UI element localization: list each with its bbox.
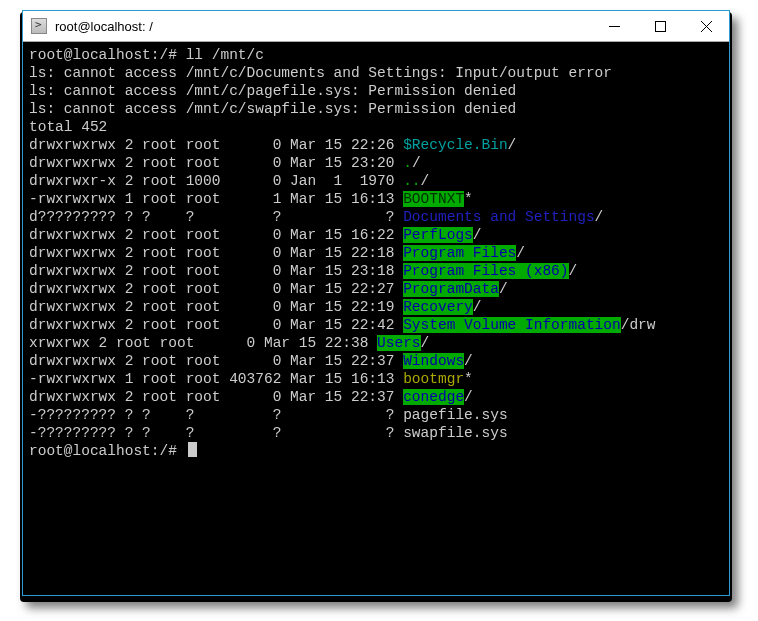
list-row-suffix: / [516, 245, 525, 261]
titlebar[interactable]: root@localhost: / [23, 11, 729, 42]
list-row-name: . [403, 155, 412, 171]
list-row-perms: drwxrwxrwx 2 root root 0 Mar 15 22:42 [29, 317, 403, 333]
list-row-suffix: / [421, 173, 430, 189]
total-line: total 452 [29, 119, 107, 135]
list-row-perms: -rwxrwxrwx 1 root root 403762 Mar 15 16:… [29, 371, 403, 387]
list-row-suffix: / [508, 137, 517, 153]
list-row-name: BOOTNXT [403, 191, 464, 207]
list-row-perms: drwxrwxrwx 2 root root 0 Mar 15 22:37 [29, 389, 403, 405]
list-row-perms: -????????? ? ? ? ? ? [29, 425, 403, 441]
maximize-button[interactable] [637, 11, 683, 41]
list-row-perms: drwxrwxrwx 2 root root 0 Mar 15 16:22 [29, 227, 403, 243]
list-row-wrap: drw [629, 317, 655, 333]
list-row-name: ProgramData [403, 281, 499, 297]
list-row-name: swapfile.sys [403, 425, 507, 441]
list-row-suffix: / [412, 155, 421, 171]
list-row-suffix: / [464, 353, 473, 369]
terminal-output[interactable]: root@localhost:/# ll /mnt/c ls: cannot a… [23, 42, 729, 595]
cursor [188, 442, 197, 457]
list-row-perms: -????????? ? ? ? ? ? [29, 407, 403, 423]
list-row-name: bootmgr [403, 371, 464, 387]
list-row-perms: drwxrwxrwx 2 root root 0 Mar 15 22:37 [29, 353, 403, 369]
list-row-name: .. [403, 173, 420, 189]
list-row-perms: d????????? ? ? ? ? ? [29, 209, 403, 225]
list-row-name: Windows [403, 353, 464, 369]
minimize-button[interactable] [591, 11, 637, 41]
error-line: ls: cannot access /mnt/c/swapfile.sys: P… [29, 101, 516, 117]
list-row-perms: -rwxrwxrwx 1 root root 1 Mar 15 16:13 [29, 191, 403, 207]
list-row-name: Program Files (x86) [403, 263, 568, 279]
list-row-perms: drwxrwxrwx 2 root root 0 Mar 15 22:26 [29, 137, 403, 153]
command: ll /mnt/c [186, 47, 264, 63]
list-row-suffix: / [569, 263, 578, 279]
window-title: root@localhost: / [53, 19, 591, 34]
list-row-name: System Volume Information [403, 317, 621, 333]
app-icon [31, 18, 47, 34]
svg-rect-1 [655, 21, 665, 31]
list-row-name: Users [377, 335, 421, 351]
terminal-window: root@localhost: / root@localhost:/# ll /… [22, 10, 730, 596]
list-row-suffix: / [473, 227, 482, 243]
close-button[interactable] [683, 11, 729, 41]
minimize-icon [609, 21, 620, 32]
error-line: ls: cannot access /mnt/c/pagefile.sys: P… [29, 83, 516, 99]
list-row-perms: drwxrwxrwx 2 root root 0 Mar 15 22:18 [29, 245, 403, 261]
list-row-perms: drwxrwxrwx 2 root root 0 Mar 15 22:27 [29, 281, 403, 297]
list-row-name: $Recycle.Bin [403, 137, 507, 153]
list-row-perms: drwxrwxr-x 2 root 1000 0 Jan 1 1970 [29, 173, 403, 189]
list-row-name: Program Files [403, 245, 516, 261]
list-row-suffix: / [464, 389, 473, 405]
list-row-suffix: / [499, 281, 508, 297]
list-row-name: Recovery [403, 299, 473, 315]
list-row-name: PerfLogs [403, 227, 473, 243]
prompt: root@localhost:/# [29, 47, 186, 63]
close-icon [701, 21, 712, 32]
maximize-icon [655, 21, 666, 32]
list-row-perms: xrwxrwx 2 root root 0 Mar 15 22:38 [29, 335, 377, 351]
prompt: root@localhost:/# [29, 443, 186, 459]
list-row-suffix: / [421, 335, 430, 351]
list-row-suffix: * [464, 191, 473, 207]
list-row-perms: drwxrwxrwx 2 root root 0 Mar 15 22:19 [29, 299, 403, 315]
list-row-name: conedge [403, 389, 464, 405]
error-line: ls: cannot access /mnt/c/Documents and S… [29, 65, 612, 81]
list-row-suffix: / [473, 299, 482, 315]
list-row-perms: drwxrwxrwx 2 root root 0 Mar 15 23:20 [29, 155, 403, 171]
list-row-suffix: * [464, 371, 473, 387]
list-row-suffix: / [595, 209, 604, 225]
list-row-perms: drwxrwxrwx 2 root root 0 Mar 15 23:18 [29, 263, 403, 279]
list-row-name: Documents and Settings [403, 209, 594, 225]
list-row-name: pagefile.sys [403, 407, 507, 423]
